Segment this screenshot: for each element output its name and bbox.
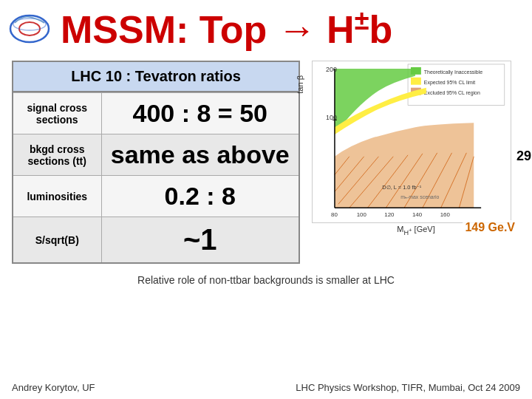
logo-icon — [7, 8, 52, 49]
svg-text:mₕ-max scenario: mₕ-max scenario — [400, 195, 439, 200]
table-row: bkgd cross sections (tt) same as above — [13, 134, 299, 176]
svg-text:140: 140 — [412, 211, 423, 218]
svg-text:160: 160 — [440, 211, 451, 218]
gev-label: 149 Ge.V — [463, 220, 517, 235]
page-footer: Andrey Korytov, UF LHC Physics Workshop,… — [0, 382, 532, 393]
table-row: luminosities 0.2 : 8 — [13, 176, 299, 217]
page-title: MSSM: Top → H±b — [61, 7, 392, 49]
footer-conference: LHC Physics Workshop, TIFR, Mumbai, Oct … — [296, 382, 520, 393]
chart-image: Theoretically Inaccessible Expected 95% … — [312, 61, 511, 223]
row-value-lumi: 0.2 : 8 — [101, 176, 299, 217]
table-row: signal cross sections 400 : 8 = 50 — [13, 93, 299, 134]
svg-text:Excluded 95% CL region: Excluded 95% CL region — [424, 90, 480, 96]
row-value-sqrt: ~1 — [101, 217, 299, 264]
comparison-table: signal cross sections 400 : 8 = 50 bkgd … — [12, 92, 300, 264]
svg-rect-7 — [411, 78, 421, 85]
row-label-sqrt: S/sqrt(B) — [13, 217, 101, 264]
main-content: LHC 10 : Tevatron ratios signal cross se… — [0, 53, 532, 264]
svg-text:80: 80 — [331, 211, 338, 218]
caption-text: Relative role of non-ttbar backgrounds i… — [0, 274, 532, 286]
row-value-signal: 400 : 8 = 50 — [101, 93, 299, 134]
svg-text:100: 100 — [357, 211, 367, 218]
svg-point-0 — [10, 16, 49, 42]
arrow-value-29: 29 → — [516, 148, 532, 165]
svg-text:D∅, L = 1.0 fb⁻¹: D∅, L = 1.0 fb⁻¹ — [382, 185, 421, 191]
svg-text:Theoretically Inaccessible: Theoretically Inaccessible — [424, 69, 482, 75]
page-header: MSSM: Top → H±b — [0, 0, 532, 53]
chart-wrapper: tan β Theoretically Inaccessible Expecte… — [312, 61, 520, 236]
table-row: S/sqrt(B) ~1 — [13, 217, 299, 264]
chart-section: tan β Theoretically Inaccessible Expecte… — [312, 61, 520, 264]
svg-text:100: 100 — [326, 115, 337, 122]
svg-point-1 — [19, 22, 40, 35]
comparison-table-section: LHC 10 : Tevatron ratios signal cross se… — [12, 61, 300, 264]
svg-text:200: 200 — [326, 66, 337, 73]
table-header: LHC 10 : Tevatron ratios — [12, 61, 300, 92]
row-value-bkgd: same as above — [101, 134, 299, 176]
row-label-bkgd: bkgd cross sections (tt) — [13, 134, 101, 176]
y-axis-label: tan β — [296, 75, 304, 94]
row-label-signal: signal cross sections — [13, 93, 101, 134]
svg-text:Expected 95% CL limit: Expected 95% CL limit — [424, 80, 475, 86]
svg-text:120: 120 — [384, 211, 395, 218]
row-label-lumi: luminosities — [13, 176, 101, 217]
footer-author: Andrey Korytov, UF — [12, 382, 95, 393]
